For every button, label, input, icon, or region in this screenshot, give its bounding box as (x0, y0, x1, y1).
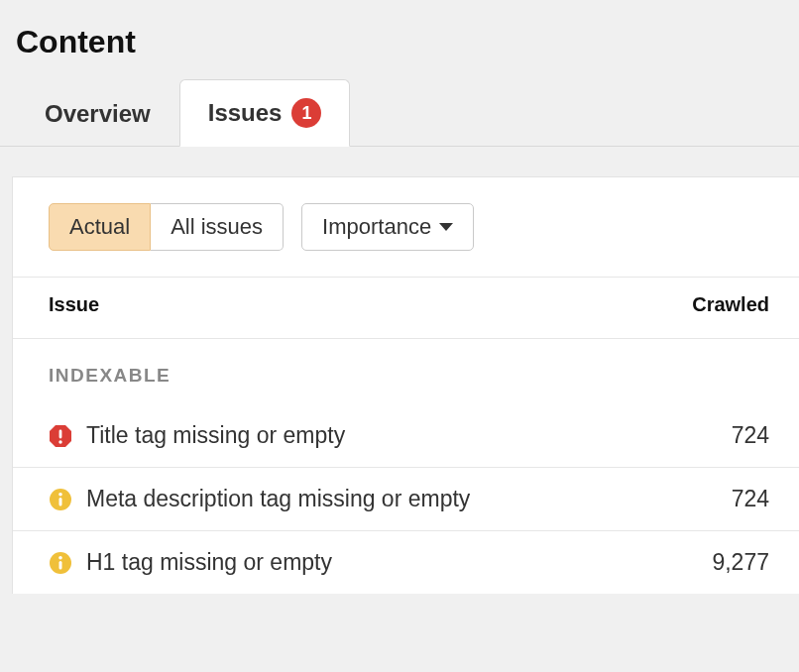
filter-actual-button[interactable]: Actual (49, 203, 151, 251)
tabs: Overview Issues 1 (0, 78, 799, 147)
tab-issues-badge: 1 (291, 98, 321, 128)
tab-issues[interactable]: Issues 1 (179, 79, 351, 147)
column-header-crawled[interactable]: Crawled (692, 293, 769, 316)
issue-label: Meta description tag missing or empty (86, 486, 732, 512)
importance-dropdown-label: Importance (322, 214, 431, 240)
issue-count: 724 (732, 422, 769, 449)
table-row[interactable]: Title tag missing or empty 724 (13, 404, 799, 468)
tab-issues-label: Issues (208, 99, 283, 127)
svg-rect-8 (59, 561, 62, 570)
section-header-indexable: INDEXABLE (13, 339, 799, 404)
issues-panel: Actual All issues Importance Issue Crawl… (12, 176, 799, 594)
chevron-down-icon (439, 223, 453, 231)
info-icon (49, 488, 72, 511)
filter-bar: Actual All issues Importance (13, 177, 799, 278)
issue-count: 724 (732, 486, 769, 512)
svg-point-4 (58, 493, 62, 497)
page-title: Content (0, 0, 799, 78)
error-icon (49, 424, 72, 448)
issue-scope-toggle: Actual All issues (49, 203, 284, 251)
table-row[interactable]: Meta description tag missing or empty 72… (13, 468, 799, 531)
svg-point-7 (58, 556, 62, 560)
tab-overview[interactable]: Overview (16, 79, 179, 147)
svg-rect-5 (59, 498, 62, 506)
column-header-issue[interactable]: Issue (49, 293, 99, 316)
filter-all-issues-button[interactable]: All issues (151, 203, 284, 251)
svg-point-2 (58, 440, 61, 443)
info-icon (49, 551, 72, 575)
table-row[interactable]: H1 tag missing or empty 9,277 (13, 531, 799, 594)
svg-rect-1 (59, 429, 62, 438)
tab-overview-label: Overview (45, 100, 151, 128)
table-header: Issue Crawled (13, 278, 799, 339)
issue-count: 9,277 (712, 549, 769, 576)
issue-label: H1 tag missing or empty (86, 549, 712, 576)
issue-label: Title tag missing or empty (86, 422, 732, 449)
importance-dropdown[interactable]: Importance (301, 203, 474, 251)
